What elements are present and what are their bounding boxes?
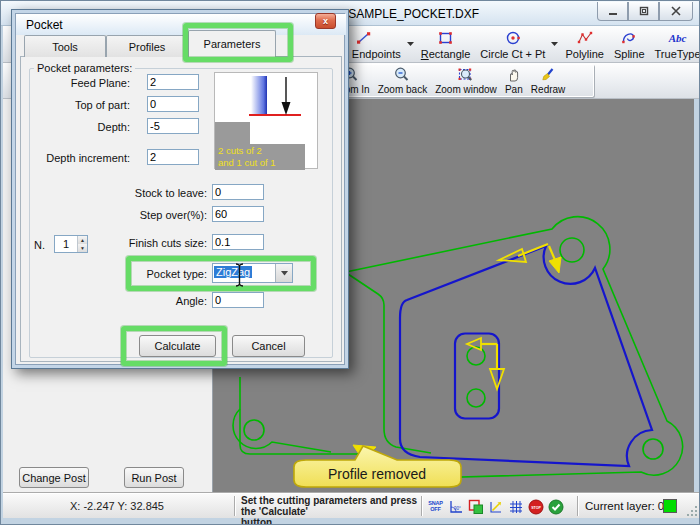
top-of-part-field[interactable]: 0: [147, 96, 199, 112]
n-stepper[interactable]: 1 ▲ ▼: [54, 235, 88, 253]
minimize-icon: [608, 6, 618, 16]
angle-field[interactable]: 0: [212, 292, 264, 308]
dialog-titlebar[interactable]: Pocket: [16, 14, 346, 35]
n-value: 1: [55, 236, 77, 252]
pocket-type-combo[interactable]: ZigZag: [212, 263, 293, 283]
depth-increment-field[interactable]: 2: [147, 149, 199, 165]
pocket-profile-blue: [400, 246, 652, 466]
rectangle-label: Rectangle: [421, 48, 471, 60]
n-down-button[interactable]: ▼: [78, 244, 87, 252]
n-label: N.: [34, 239, 45, 251]
zoom-back-button[interactable]: Zoom back: [374, 66, 431, 95]
layer-color-swatch[interactable]: [663, 499, 677, 513]
change-post-button[interactable]: Change Post: [19, 467, 89, 488]
minimize-button[interactable]: [597, 2, 628, 21]
feed-plane-field[interactable]: 2: [147, 74, 199, 90]
run-post-label: Run Post: [131, 472, 176, 484]
pocket-type-label: Pocket type:: [67, 268, 207, 280]
polyline-icon: [576, 29, 594, 47]
run-post-button[interactable]: Run Post: [124, 467, 184, 488]
stop-icon: STOP: [528, 499, 544, 515]
ortho-90-toggle[interactable]: 90°: [447, 498, 464, 515]
layers-button[interactable]: [467, 498, 484, 515]
spline-button[interactable]: Spline: [609, 28, 650, 62]
pan-hand-icon: [505, 66, 523, 84]
axis-button[interactable]: [487, 498, 504, 515]
finish-cuts-field[interactable]: 0.1: [212, 234, 264, 250]
rectangle-button[interactable]: Rectangle: [416, 28, 476, 62]
stop-button[interactable]: STOP: [527, 498, 544, 515]
cancel-button[interactable]: Cancel: [232, 335, 305, 357]
grid-toggle[interactable]: [507, 498, 524, 515]
preview-caption-1: 2 cuts of 2: [218, 145, 262, 156]
chevron-down-icon: [551, 42, 559, 47]
tab-tools[interactable]: Tools: [24, 35, 106, 57]
redraw-label: Redraw: [531, 84, 565, 95]
cancel-label: Cancel: [251, 340, 285, 352]
circle-dropdown[interactable]: [550, 28, 560, 62]
pan-label: Pan: [505, 84, 523, 95]
check-icon: [548, 499, 564, 515]
close-button[interactable]: [659, 2, 693, 21]
close-icon: [671, 6, 681, 16]
svg-text:STOP: STOP: [531, 505, 541, 509]
current-layer-label: Current layer: 0: [585, 500, 664, 512]
profile-removed-callout: Profile removed: [293, 444, 465, 488]
depth-label: Depth:: [20, 121, 130, 133]
redraw-brush-icon: [539, 66, 557, 84]
ok-button[interactable]: [547, 498, 564, 515]
zoom-back-icon: [393, 66, 411, 84]
part-top-line: [249, 114, 301, 116]
tab-parameters-label: Parameters: [204, 38, 261, 50]
dialog-close-icon: x: [323, 16, 328, 26]
restore-button[interactable]: [628, 2, 659, 21]
top-of-part-label: Top of part:: [20, 99, 130, 111]
spline-icon: [620, 29, 638, 47]
grid-icon: [508, 499, 524, 515]
status-hint: Set the cutting parameters and press the…: [241, 495, 421, 525]
circle-ct-pt-button[interactable]: Circle Ct + Pt: [475, 28, 550, 62]
callout-text: Profile removed: [293, 460, 461, 482]
status-hint-line1: Set the cutting parameters and press the…: [241, 495, 421, 517]
rectangle-icon: [437, 29, 455, 47]
dialog-title: Pocket: [26, 18, 63, 32]
circle-ct-pt-label: Circle Ct + Pt: [480, 48, 545, 60]
stock-to-leave-field[interactable]: 0: [212, 184, 264, 200]
tab-parameters[interactable]: Parameters: [188, 30, 276, 57]
angle-90-icon: 90°: [448, 499, 464, 515]
status-hint-line2: button: [241, 517, 421, 525]
redraw-button[interactable]: Redraw: [527, 66, 569, 95]
truetype-button[interactable]: Abc TrueType: [650, 28, 700, 62]
pan-button[interactable]: Pan: [501, 66, 527, 95]
circle-ct-pt-icon: [504, 29, 522, 47]
step-over-field[interactable]: 60: [212, 206, 264, 222]
dialog-close-button[interactable]: x: [315, 13, 336, 29]
preview-caption-2: and 1 cut of 1: [218, 157, 276, 168]
polyline-button[interactable]: Polyline: [560, 28, 609, 62]
calculate-button[interactable]: Calculate: [139, 335, 216, 357]
line-endpoints-dropdown[interactable]: [406, 28, 416, 62]
truetype-label: TrueType: [655, 48, 700, 60]
axis-icon: [488, 499, 504, 515]
pocket-type-dropdown-button[interactable]: [275, 264, 292, 282]
zoom-back-label: Zoom back: [378, 84, 427, 95]
snap-toggle[interactable]: SNAP OFF: [427, 498, 444, 515]
finish-cuts-label: Finish cuts size:: [67, 237, 207, 249]
zoom-window-button[interactable]: Zoom window: [431, 66, 501, 95]
tab-profiles-label: Profiles: [129, 41, 166, 53]
svg-text:90°: 90°: [454, 506, 461, 511]
n-up-button[interactable]: ▲: [78, 236, 87, 244]
angle-label: Angle:: [67, 295, 207, 307]
statusbar: X: -2.247 Y: 32.845 Set the cutting para…: [3, 493, 699, 518]
resize-grip[interactable]: [685, 504, 698, 517]
text-cursor: [233, 261, 246, 289]
spline-label: Spline: [614, 48, 645, 60]
pocket-dialog: Pocket x Tools Profiles Parameters Pocke…: [11, 9, 349, 369]
chevron-down-icon: [407, 42, 415, 47]
chevron-down-icon: [281, 271, 288, 276]
tab-profiles[interactable]: Profiles: [106, 35, 188, 57]
tab-tools-label: Tools: [52, 41, 78, 53]
truetype-icon: Abc: [669, 29, 687, 47]
depth-field[interactable]: -5: [147, 118, 199, 134]
zoom-window-label: Zoom window: [435, 84, 497, 95]
